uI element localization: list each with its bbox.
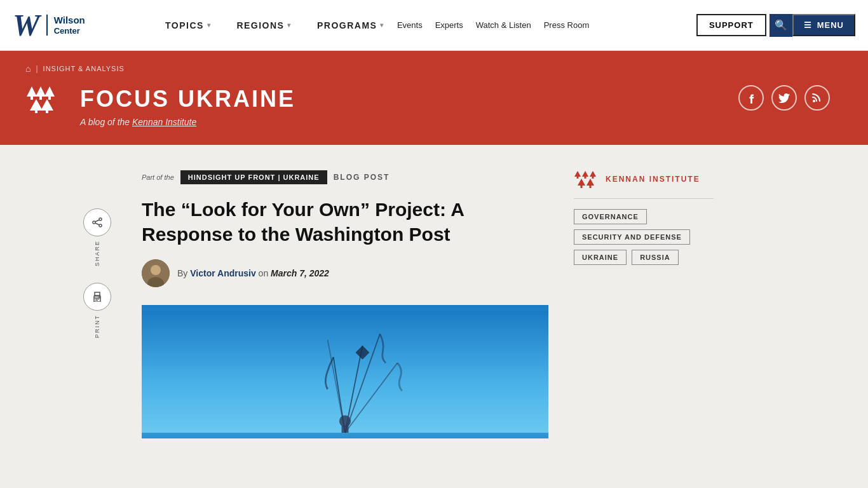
svg-line-14 [95,220,99,222]
nav-events[interactable]: Events [397,20,423,30]
focus-ukraine-tree-icons [25,85,70,113]
search-icon[interactable]: 🔍 [770,14,792,37]
svg-marker-37 [590,171,596,177]
article-hero-image [142,305,548,438]
svg-rect-19 [95,300,98,301]
support-button[interactable]: SUPPORT [696,14,766,36]
chevron-down-icon: ▾ [380,22,384,29]
print-group: PRINT [83,283,111,338]
nav-experts[interactable]: Experts [435,20,463,30]
svg-point-22 [151,265,161,275]
hero-title-row: FOCUS UKRAINE [25,85,843,113]
logo-text: Wilson Center [46,15,85,36]
logo-line2: Center [54,26,85,36]
tag-governance[interactable]: GOVERNANCE [574,209,647,224]
twitter-icon[interactable] [771,85,797,111]
svg-rect-1 [31,97,33,100]
svg-rect-24 [142,311,548,433]
svg-rect-36 [585,177,587,179]
tag-ukraine[interactable]: UKRAINE [574,250,627,265]
svg-rect-34 [577,177,579,179]
svg-marker-39 [578,179,585,186]
content-type-label: BLOG POST [334,173,390,182]
social-icons [738,85,830,111]
print-label: PRINT [94,315,100,338]
tag-security-defense[interactable]: SECURITY AND DEFENSE [574,229,690,245]
series-badge[interactable]: HINDSIGHT UP FRONT | UKRAINE [180,170,327,184]
nav-press-room[interactable]: Press Room [544,20,590,30]
share-group: SHARE [83,208,111,266]
share-button[interactable] [83,208,111,236]
article-meta: By Victor Andrusiv on March 7, 2022 [142,259,548,287]
svg-rect-42 [590,186,592,188]
svg-rect-40 [581,186,583,188]
article-byline: By Victor Andrusiv on March 7, 2022 [177,268,329,278]
chevron-down-icon: ▾ [287,22,292,29]
part-of-label: Part of the [142,173,174,181]
menu-button[interactable]: ☰ MENU [792,14,855,36]
article-image-background [142,305,548,438]
nav-right-actions: SUPPORT 🔍 ☰ MENU [696,14,855,37]
hero-banner: ⌂ | INSIGHT & ANALYSIS FOCUS UKRAINE A b… [0,51,868,145]
sidebar: KENNAN INSTITUTE GOVERNANCE SECURITY AND… [574,170,714,438]
nav-watch-listen[interactable]: Watch & Listen [476,20,531,30]
chevron-down-icon: ▾ [207,22,212,29]
rss-icon[interactable] [804,85,830,111]
svg-point-11 [99,218,102,220]
breadcrumb-separator: | [36,64,37,73]
article-area: Part of the HINDSIGHT UP FRONT | UKRAINE… [142,170,548,438]
svg-marker-0 [27,86,37,97]
blog-title: FOCUS UKRAINE [80,86,295,112]
nav-topics[interactable]: TOPICS ▾ [153,0,224,51]
kennan-trees-icon [574,170,599,188]
sidebar-institute: KENNAN INSTITUTE [574,170,714,199]
share-label: SHARE [94,240,100,266]
home-icon[interactable]: ⌂ [25,64,31,74]
svg-point-13 [99,224,102,227]
svg-rect-7 [35,111,37,113]
primary-nav: TOPICS ▾ REGIONS ▾ PROGRAMS ▾ Events Exp… [153,0,684,51]
kennan-institute-link[interactable]: Kennan Institute [132,117,196,127]
svg-rect-5 [48,97,51,100]
svg-rect-32 [342,426,349,433]
svg-rect-9 [46,111,48,113]
svg-marker-4 [44,86,55,97]
svg-marker-8 [41,99,53,111]
article-date: March 7, 2022 [271,268,329,278]
breadcrumb-label: INSIGHT & ANALYSIS [43,65,125,72]
nav-regions[interactable]: REGIONS ▾ [224,0,304,51]
author-avatar [142,259,170,287]
main-content: SHARE PRINT Part of the HINDSIGHT UP FRO… [53,145,815,438]
nav-programs[interactable]: PROGRAMS ▾ [304,0,397,51]
svg-rect-38 [592,177,594,179]
svg-marker-2 [36,86,46,97]
svg-rect-3 [39,97,42,100]
sidebar-institute-name[interactable]: KENNAN INSTITUTE [606,175,700,184]
breadcrumb: ⌂ | INSIGHT & ANALYSIS [25,64,843,74]
nav-bar: W Wilson Center TOPICS ▾ REGIONS ▾ PROGR… [0,0,868,51]
svg-rect-18 [95,299,99,300]
article-tags: Part of the HINDSIGHT UP FRONT | UKRAINE… [142,170,548,184]
article-title: The “Look for Your Own” Project: A Respo… [142,197,548,247]
logo-w-letter: W [13,10,40,41]
tag-russia[interactable]: RUSSIA [632,250,679,265]
svg-point-10 [813,100,815,102]
svg-line-15 [95,223,99,225]
svg-marker-33 [574,171,581,177]
svg-marker-41 [587,179,594,186]
svg-marker-6 [30,99,43,111]
svg-point-20 [98,297,100,298]
print-button[interactable] [83,283,111,311]
secondary-nav: Events Experts Watch & Listen Press Room [397,20,589,30]
logo-line1: Wilson [54,15,85,26]
svg-point-31 [339,416,351,427]
facebook-icon[interactable] [738,85,764,111]
site-logo[interactable]: W Wilson Center [13,10,153,41]
author-link[interactable]: Victor Andrusiv [190,268,255,278]
svg-point-12 [93,221,95,224]
hero-subtitle: A blog of the Kennan Institute [80,117,843,127]
hamburger-icon: ☰ [804,20,812,30]
sidebar-tags: GOVERNANCE SECURITY AND DEFENSE UKRAINE … [574,209,714,265]
side-actions: SHARE PRINT [78,170,116,438]
svg-marker-35 [582,171,588,177]
